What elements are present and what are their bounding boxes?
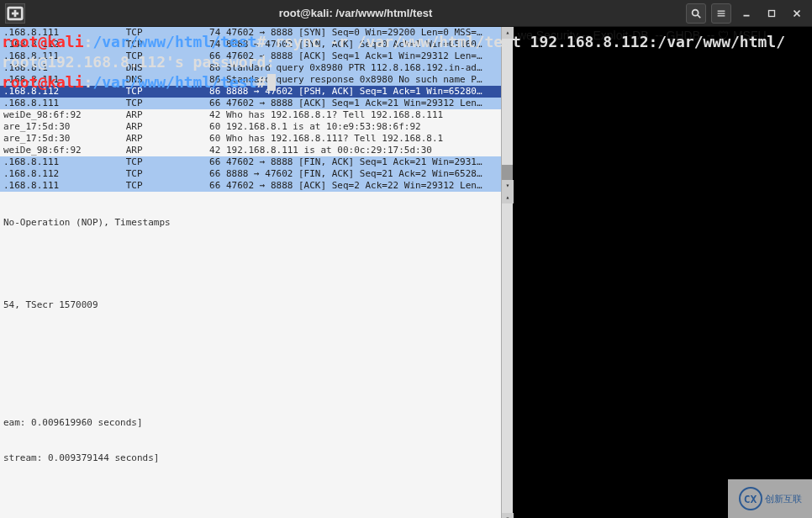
scroll-down-arrow[interactable]: ▾ [502,180,514,192]
prompt-hash: # [256,33,266,50]
window-titlebar: root@kali: /var/www/html/test [0,0,812,27]
hamburger-menu-button[interactable] [711,3,731,24]
watermark-text: 创新互联 [765,494,802,504]
window-title: root@kali: /var/www/html/test [25,7,686,19]
scroll-up-arrow[interactable]: ▴ [502,192,514,204]
prompt-colon: : [84,73,93,91]
desktop-background-right: we Security -- Exploit-DB -- GHDB -- 🛡 M… [516,27,812,518]
prompt-user: root@kali [2,73,84,91]
titlebar-right-group [686,3,807,24]
scroll-down-arrow[interactable]: ▾ [502,513,514,518]
svg-rect-5 [718,10,725,11]
svg-rect-7 [718,15,725,16]
packet-row[interactable]: .168.8.111 TCP 66 47602 → 8888 [FIN, ACK… [0,156,513,168]
prompt-path: /var/www/html/test [92,33,256,50]
packet-detail-line: No-Operation (NOP), Timestamps [3,217,509,229]
command-text: rsync -r /var/www/html/test 192.168.8.11… [266,33,785,50]
search-button[interactable] [686,3,706,24]
packet-row[interactable]: .168.8.111 TCP 66 47602 → 8888 [ACK] Seq… [0,98,513,109]
close-button[interactable] [787,3,807,24]
packet-row[interactable]: are_17:5d:30 ARP 60 Who has 192.168.8.11… [0,133,513,145]
packet-row[interactable]: are_17:5d:30 ARP 60 192.168.8.1 is at 10… [0,121,513,133]
watermark-icon: CX [739,487,762,510]
new-tab-button[interactable] [5,3,25,24]
packet-row[interactable]: .168.8.111 TCP 66 47602 → 8888 [ACK] Seq… [0,180,513,192]
prompt-user: root@kali [2,33,84,50]
packet-detail-line: 54, TSecr 1570009 [3,299,509,311]
packet-row[interactable]: weiDe_98:6f:92 ARP 42 192.168.8.111 is a… [0,145,513,156]
watermark: CX 创新互联 [728,479,812,518]
terminal-cursor [267,74,276,91]
terminal-line-2: root@192.168.8.112's password: [2,52,810,72]
terminal-content[interactable]: root@kali:/var/www/html/test# rsync -r /… [0,27,812,98]
titlebar-left-group [5,3,25,24]
packet-detail-pane: No-Operation (NOP), Timestamps 54, TSecr… [0,192,513,518]
packet-detail-line: eam: 0.009619960 seconds] [3,417,509,429]
packet-detail-line: stream: 0.009379144 seconds] [3,452,509,464]
svg-rect-9 [769,10,775,16]
packet-row[interactable]: .168.8.112 TCP 66 8888 → 47602 [FIN, ACK… [0,168,513,180]
prompt-path: /var/www/html/test [92,73,256,91]
terminal-line-1: root@kali:/var/www/html/test# rsync -r /… [2,32,810,52]
terminal-line-3: root@kali:/var/www/html/test# [2,72,810,92]
maximize-button[interactable] [762,3,782,24]
packet-row[interactable]: weiDe_98:6f:92 ARP 42 Who has 192.168.8.… [0,109,513,121]
svg-point-3 [693,9,699,15]
prompt-colon: : [84,33,93,50]
svg-line-4 [698,14,701,18]
svg-rect-6 [718,13,725,13]
minimize-button[interactable] [736,3,757,24]
prompt-hash: # [256,73,266,91]
